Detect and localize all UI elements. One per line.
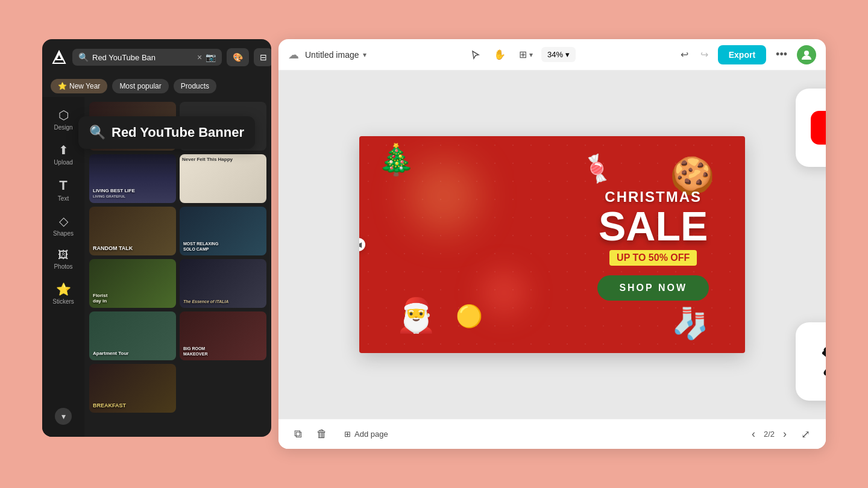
redo-button[interactable]: ↪ bbox=[696, 45, 713, 64]
card-label-florist: Floristday in bbox=[93, 293, 172, 304]
card-label-italia: The Essence of ITALIA bbox=[183, 299, 263, 304]
card-label-apartment: Apartment Tour bbox=[93, 351, 172, 357]
zoom-control[interactable]: 34% ▾ bbox=[541, 47, 576, 62]
tag-products-label: Products bbox=[181, 82, 209, 90]
shapes-label: Shapes bbox=[53, 230, 74, 237]
search-clear-button[interactable]: × bbox=[197, 52, 202, 62]
sidebar-item-photos[interactable]: 🖼 Photos bbox=[45, 244, 81, 275]
text-icon: T bbox=[59, 178, 67, 193]
user-avatar[interactable] bbox=[797, 45, 816, 64]
tags-row: ⭐ New Year Most popular Products bbox=[42, 75, 271, 97]
doc-name[interactable]: Untitled image ▾ bbox=[305, 50, 366, 60]
sidebar-item-shapes[interactable]: ◇ Shapes bbox=[45, 209, 81, 242]
photos-label: Photos bbox=[54, 263, 72, 270]
sidebar-more-button[interactable]: ▾ bbox=[55, 408, 72, 425]
app-logo bbox=[51, 46, 68, 68]
tag-most-popular[interactable]: Most popular bbox=[112, 79, 168, 93]
editor-bottom: ⧉ 🗑 ⊞ Add page ‹ 2/2 › ⤢ bbox=[278, 419, 826, 449]
card-label-breakfast: BREAKFAST bbox=[93, 402, 172, 409]
capcup-icon bbox=[814, 341, 826, 382]
toolbar-center: ✋ ⊞ ▾ 34% ▾ bbox=[466, 45, 576, 64]
upload-icon: ⬆ bbox=[58, 143, 69, 157]
tag-new-year[interactable]: ⭐ New Year bbox=[51, 79, 107, 93]
sidebar-item-upload[interactable]: ⬆ Upload bbox=[45, 138, 81, 170]
cloud-icon: ☁ bbox=[288, 48, 299, 61]
select-tool-button[interactable] bbox=[466, 46, 485, 63]
search-icon: 🔍 bbox=[78, 52, 89, 62]
tag-new-year-label: New Year bbox=[69, 82, 100, 90]
right-panel: ☁ Untitled image ▾ ✋ ⊞ ▾ 34% ▾ bbox=[278, 39, 826, 449]
export-button[interactable]: Export bbox=[718, 45, 766, 64]
sidebar-item-design[interactable]: ⬡ Design bbox=[45, 103, 81, 136]
search-extra-icon[interactable]: 📷 bbox=[206, 52, 216, 62]
zoom-value: 34% bbox=[547, 50, 563, 59]
search-input[interactable] bbox=[92, 53, 193, 62]
svg-point-1 bbox=[804, 51, 809, 55]
add-page-label: Add page bbox=[354, 430, 388, 439]
hand-tool-button[interactable]: ✋ bbox=[489, 45, 511, 64]
template-card-makeover[interactable]: BIG ROOMMAKEOVER bbox=[180, 311, 266, 360]
banner-text-block: CHRISTMAS SALE UP TO 50% OFF SHOP NOW bbox=[597, 189, 709, 301]
duplicate-page-button[interactable]: ⧉ bbox=[291, 425, 306, 443]
collapse-icon: ◀ bbox=[359, 240, 362, 249]
tag-most-popular-label: Most popular bbox=[119, 82, 161, 90]
banner-cta-button[interactable]: SHOP NOW bbox=[597, 275, 709, 301]
ball-decoration: 🟡 bbox=[456, 304, 483, 329]
view-tool-button[interactable]: ⊞ ▾ bbox=[514, 45, 538, 64]
tooltip-search-icon: 🔍 bbox=[89, 125, 105, 140]
template-card-random-talk[interactable]: RANDOM TALK bbox=[89, 207, 176, 255]
more-options-button[interactable]: ••• bbox=[771, 46, 792, 63]
page-nav: ‹ 2/2 › ⤢ bbox=[748, 425, 814, 443]
christmas-banner[interactable]: 🎄 🎅 🟡 🍬 🍪 🧦 CHRISTMAS SALE UP TO 50% OFF… bbox=[359, 136, 745, 353]
prev-page-button[interactable]: ‹ bbox=[748, 425, 759, 443]
toolbar-right: ↩ ↪ Export ••• bbox=[676, 45, 816, 64]
sidebar-item-stickers[interactable]: ⭐ Stickers bbox=[45, 277, 81, 310]
template-card-florist[interactable]: Floristday in bbox=[89, 259, 176, 308]
doc-title-chevron: ▾ bbox=[363, 51, 366, 59]
stickers-label: Stickers bbox=[52, 298, 74, 305]
template-card-never-felt[interactable]: Never Felt This Happy bbox=[180, 154, 266, 203]
sidebar-icons: ⬡ Design ⬆ Upload T Text ◇ Shapes 🖼 P bbox=[42, 97, 84, 437]
card-label-random-talk: RANDOM TALK bbox=[93, 245, 172, 252]
hat-decoration: 🎅 bbox=[395, 296, 437, 335]
page-info: 2/2 bbox=[764, 430, 775, 439]
tag-products[interactable]: Products bbox=[174, 79, 216, 93]
undo-redo-group: ↩ ↪ bbox=[676, 45, 713, 64]
photos-icon: 🖼 bbox=[58, 249, 69, 261]
delete-page-button[interactable]: 🗑 bbox=[313, 425, 331, 443]
banner-glow-1 bbox=[407, 160, 480, 233]
design-label: Design bbox=[54, 124, 72, 131]
tooltip-text: Red YouTube Banner bbox=[112, 125, 244, 140]
text-label: Text bbox=[58, 195, 69, 202]
template-card-solo-camp[interactable]: MOST RELAXINGSOLO CAMP bbox=[180, 207, 266, 255]
card-label-makeover: BIG ROOMMAKEOVER bbox=[183, 346, 263, 357]
undo-button[interactable]: ↩ bbox=[676, 45, 693, 64]
left-panel: 🔍 × 📷 🎨 ⊟ 🔍 Red YouTube Banner ⭐ New Yea… bbox=[42, 39, 271, 437]
sidebar-item-text[interactable]: T Text bbox=[45, 173, 81, 207]
banner-discount: UP TO 50% OFF bbox=[609, 250, 697, 266]
template-card-living[interactable]: LIVING BEST LIFELIVING GRATEFUL bbox=[89, 154, 176, 203]
youtube-icon bbox=[811, 111, 826, 145]
shapes-icon: ◇ bbox=[59, 214, 68, 228]
tag-star-icon: ⭐ bbox=[58, 82, 67, 90]
template-card-breakfast[interactable]: BREAKFAST bbox=[89, 364, 176, 413]
stickers-icon: ⭐ bbox=[56, 282, 71, 296]
template-card-apartment[interactable]: Apartment Tour bbox=[89, 311, 176, 360]
capcup-badge bbox=[796, 322, 826, 401]
banner-line2: SALE bbox=[597, 205, 709, 246]
page-total: 2 bbox=[770, 430, 775, 439]
top-bar: 🔍 × 📷 🎨 ⊟ bbox=[42, 39, 271, 75]
editor-canvas: 🎄 🎅 🟡 🍬 🍪 🧦 CHRISTMAS SALE UP TO 50% OFF… bbox=[278, 70, 826, 419]
fullscreen-button[interactable]: ⤢ bbox=[797, 425, 814, 443]
filter-button-2[interactable]: ⊟ bbox=[254, 48, 271, 66]
youtube-badge bbox=[796, 89, 826, 167]
sock-decoration: 🧦 bbox=[671, 306, 709, 341]
banner-glow-2 bbox=[480, 269, 528, 317]
add-page-button[interactable]: ⊞ Add page bbox=[338, 427, 394, 442]
view-icon: ⊞ bbox=[519, 49, 527, 60]
template-card-italia[interactable]: The Essence of ITALIA bbox=[180, 259, 266, 308]
filter-button-1[interactable]: 🎨 bbox=[227, 48, 249, 66]
search-bar[interactable]: 🔍 × 📷 bbox=[72, 49, 222, 66]
next-page-button[interactable]: › bbox=[779, 425, 790, 443]
card-label-living: LIVING BEST LIFELIVING GRATEFUL bbox=[93, 188, 172, 199]
